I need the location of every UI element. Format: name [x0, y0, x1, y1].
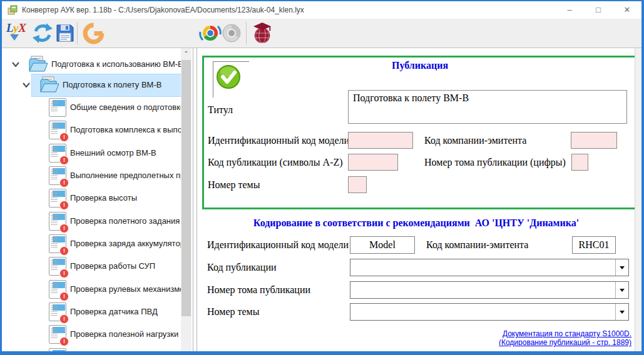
screen: Конвертер АУК вер. 1.18b - C:/Users/Djak…	[0, 0, 644, 355]
dropdown-arrow-icon[interactable]	[615, 304, 628, 320]
documentation-links: Документация по стандарту S1000D. (Кодир…	[499, 329, 631, 347]
volume-input[interactable]	[571, 154, 588, 171]
tree-item-label: Внешний осмотр ВМ-В	[70, 142, 156, 164]
tree-selected-item[interactable]: Подготовка к полету ВМ-В	[2, 74, 180, 96]
warning-badge-icon	[59, 269, 69, 278]
dropdown-arrow-icon[interactable]	[615, 282, 628, 298]
lyx-export-icon: LyX	[4, 21, 28, 45]
dropdown-arrow-icon[interactable]	[615, 259, 628, 276]
chevron-down-icon[interactable]	[11, 61, 20, 68]
close-button[interactable]: ✕	[613, 1, 641, 19]
tree-item[interactable]: Проверка датчика ПВД	[2, 301, 180, 323]
publication-title: Публикация	[204, 60, 636, 71]
window-controls: – □ ✕	[555, 1, 641, 19]
globe-education-icon	[252, 21, 273, 45]
coding-volume-label: Номер тома публикации	[207, 281, 310, 299]
model-code-input[interactable]	[348, 132, 413, 149]
tree-item-label: Проверка работы СУП	[70, 255, 155, 278]
tree-item[interactable]: Проверка полезной нагрузки	[2, 323, 180, 346]
tree-item[interactable]: Проверка работы СУП	[2, 255, 180, 278]
publication-groupbox: Публикация Титул Подготовка к полету ВМ-…	[202, 56, 638, 209]
warning-badge-icon	[59, 314, 69, 324]
tree-item-label: Проверка полетного задания	[70, 210, 180, 232]
sync-icon	[31, 22, 54, 44]
warning-badge-icon	[59, 178, 69, 188]
document-icon	[49, 280, 66, 299]
volume-label: Номер тома публикации (цифры)	[424, 154, 566, 171]
coding-topic-label: Номер темы	[207, 303, 259, 321]
tree-item-label: Проверка рулевых механизмов	[70, 278, 188, 301]
pub-code-input[interactable]	[348, 154, 398, 171]
toolbar-separator	[246, 22, 247, 44]
topic-label: Номер темы	[208, 176, 260, 194]
coding-company-code-value[interactable]: RHC01	[572, 236, 616, 254]
tree-item[interactable]: Подготовка комплекса к выпо...	[2, 119, 180, 141]
chevron-down-icon[interactable]	[22, 82, 31, 88]
tree-item[interactable]: Действия расчета комплекса п...	[2, 346, 180, 351]
coding-section-title: Кодирование в соответствии с рекомендаци…	[197, 218, 635, 229]
lyx-export-button[interactable]: LyX	[4, 21, 28, 45]
tree-item-label: Выполнение предполетных пр...	[70, 164, 192, 187]
browser-refresh-icon	[199, 22, 222, 44]
warning-badge-icon	[59, 337, 69, 346]
tree-item-label: Подготовка к использованию ВМ-В	[51, 53, 183, 76]
browser-refresh-button[interactable]	[198, 21, 222, 45]
tree-item[interactable]: Проверка полетного задания	[2, 210, 180, 232]
tree-item[interactable]: Проверка рулевых механизмов	[2, 278, 180, 301]
window-title: Конвертер АУК вер. 1.18b - C:/Users/Djak…	[22, 1, 304, 19]
coding-pub-code-label: Код публикации	[207, 259, 277, 276]
folder-icon	[39, 75, 60, 94]
module-tree: Подготовка к использованию ВМ-В Подготов…	[2, 48, 193, 351]
web-help-button[interactable]	[250, 21, 274, 45]
save-button[interactable]	[53, 21, 77, 45]
pub-code-dropdown[interactable]	[350, 259, 629, 276]
title-bar: Конвертер АУК вер. 1.18b - C:/Users/Djak…	[2, 1, 641, 19]
tree-item-label: Подготовка комплекса к выпо...	[70, 119, 189, 141]
document-icon	[49, 166, 66, 185]
topic-input[interactable]	[348, 176, 367, 193]
scrollbar-thumb[interactable]	[181, 60, 191, 316]
folder-icon	[28, 54, 49, 73]
titul-field[interactable]: Подготовка к полету ВМ-В	[348, 90, 627, 124]
scroll-up-icon[interactable]: ⌃	[181, 48, 192, 59]
document-icon	[49, 144, 66, 162]
s1000d-page-link[interactable]: (Кодирование публикаций - стр. 1889)	[499, 338, 631, 347]
main-scrollbar[interactable]	[635, 48, 641, 351]
tree-item[interactable]: Общие сведения о подготовке...	[2, 96, 180, 119]
maximize-button[interactable]: □	[584, 1, 613, 19]
sync-button[interactable]	[31, 21, 54, 45]
document-icon	[49, 189, 66, 208]
reload-icon	[82, 22, 105, 45]
tree-item[interactable]: Внешний осмотр ВМ-В	[2, 142, 180, 164]
reload-button[interactable]	[81, 21, 105, 45]
tree-item[interactable]: Проверка заряда аккумулятора	[2, 232, 180, 255]
tree-item[interactable]: Выполнение предполетных пр...	[2, 164, 180, 187]
topic-dropdown[interactable]	[350, 303, 629, 321]
tree-item-label: Проверка высоты	[70, 187, 137, 209]
document-icon	[49, 302, 66, 321]
tree-scrollbar[interactable]: ⌃	[181, 48, 192, 351]
coding-company-code-label: Код компании-эмитента	[426, 236, 528, 254]
coding-model-code-value[interactable]: Model	[350, 236, 415, 254]
s1000d-doc-link[interactable]: Документация по стандарту S1000D.	[499, 329, 631, 338]
company-code-label: Код компании-эмитента	[424, 132, 526, 149]
tree-item-label: Проверка заряда аккумулятора	[70, 232, 189, 255]
warning-badge-icon	[59, 156, 69, 165]
minimize-button[interactable]: –	[555, 1, 584, 19]
tree-item[interactable]: Проверка высоты	[2, 187, 180, 209]
app-window: Конвертер АУК вер. 1.18b - C:/Users/Djak…	[2, 1, 641, 351]
tree-item-label: Действия расчета комплекса п...	[70, 346, 193, 351]
volume-dropdown[interactable]	[350, 281, 629, 299]
tree-item-label: Проверка датчика ПВД	[70, 301, 158, 323]
model-code-label: Идентификационный код модели	[208, 132, 349, 149]
tree-item-label: Подготовка к полету ВМ-В	[63, 74, 161, 96]
coding-model-code-label: Идентификационный код модели	[207, 236, 349, 254]
tree-root-item[interactable]: Подготовка к использованию ВМ-В	[2, 53, 180, 76]
company-code-input[interactable]	[571, 132, 617, 149]
publication-panel: Публикация Титул Подготовка к полету ВМ-…	[197, 48, 641, 351]
browser-disabled-button[interactable]	[220, 21, 243, 45]
warning-badge-icon	[59, 132, 69, 142]
document-icon	[49, 98, 66, 117]
toolbar-separator	[77, 22, 78, 44]
document-icon	[49, 234, 66, 253]
